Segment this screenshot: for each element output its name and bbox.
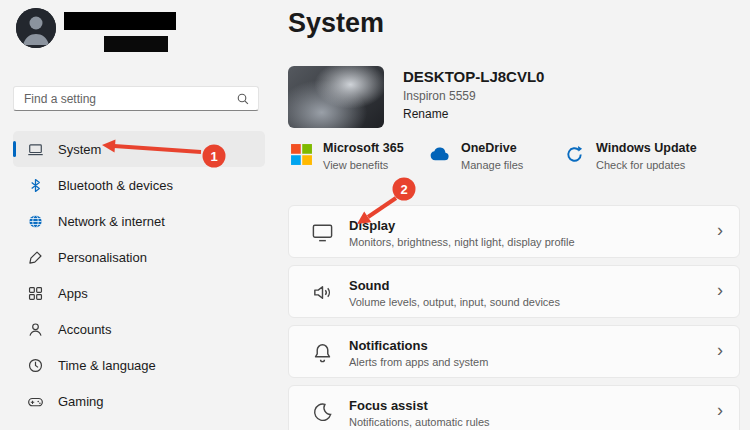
notifications-icon bbox=[311, 341, 334, 364]
sidebar-item-label: Time & language bbox=[58, 358, 156, 373]
microsoft-365-icon bbox=[290, 143, 313, 166]
settings-card-focus-assist[interactable]: Focus assist Notifications, automatic ru… bbox=[288, 385, 740, 430]
card-title: Notifications bbox=[349, 338, 428, 353]
quick-link-sublabel: Check for updates bbox=[596, 159, 697, 171]
sidebar-item-label: Personalisation bbox=[58, 250, 147, 265]
onedrive-icon bbox=[428, 143, 451, 166]
time-language-icon bbox=[27, 357, 44, 374]
chevron-right-icon: › bbox=[717, 400, 723, 421]
sidebar-item-apps[interactable]: Apps bbox=[13, 275, 265, 311]
sidebar-item-accounts[interactable]: Accounts bbox=[13, 311, 265, 347]
sidebar-nav: System Bluetooth & devices Network & int… bbox=[13, 131, 265, 430]
focus-assist-icon bbox=[311, 401, 334, 424]
card-title: Display bbox=[349, 218, 395, 233]
search-box[interactable] bbox=[13, 86, 259, 111]
quick-link-microsoft-365[interactable]: Microsoft 365 View benefits bbox=[290, 141, 404, 171]
apps-icon bbox=[27, 285, 44, 302]
avatar[interactable] bbox=[16, 8, 56, 48]
card-description: Notifications, automatic rules bbox=[349, 416, 490, 428]
card-description: Alerts from apps and system bbox=[349, 356, 488, 368]
card-description: Volume levels, output, input, sound devi… bbox=[349, 296, 560, 308]
settings-card-notifications[interactable]: Notifications Alerts from apps and syste… bbox=[288, 325, 740, 378]
quick-link-label: Windows Update bbox=[596, 141, 697, 156]
accounts-icon bbox=[27, 321, 44, 338]
sidebar: System Bluetooth & devices Network & int… bbox=[0, 0, 278, 430]
chevron-right-icon: › bbox=[717, 280, 723, 301]
sidebar-item-time-language[interactable]: Time & language bbox=[13, 347, 265, 383]
sidebar-item-label: System bbox=[58, 142, 101, 157]
search-input[interactable] bbox=[24, 92, 236, 106]
settings-card-display[interactable]: Display Monitors, brightness, night ligh… bbox=[288, 205, 740, 258]
chevron-right-icon: › bbox=[717, 220, 723, 241]
gaming-icon bbox=[27, 393, 44, 410]
quick-link-sublabel: Manage files bbox=[461, 159, 523, 171]
device-model: Inspiron 5559 bbox=[403, 89, 476, 103]
settings-card-sound[interactable]: Sound Volume levels, output, input, soun… bbox=[288, 265, 740, 318]
rename-link[interactable]: Rename bbox=[403, 107, 448, 121]
chevron-right-icon: › bbox=[717, 340, 723, 361]
sidebar-item-gaming[interactable]: Gaming bbox=[13, 383, 265, 419]
redacted-username bbox=[64, 12, 176, 30]
card-title: Focus assist bbox=[349, 398, 428, 413]
network-icon bbox=[27, 213, 44, 230]
display-icon bbox=[311, 221, 334, 244]
sidebar-item-label: Apps bbox=[58, 286, 88, 301]
sidebar-item-label: Network & internet bbox=[58, 214, 165, 229]
search-icon bbox=[236, 92, 250, 106]
sidebar-item-bluetooth-devices[interactable]: Bluetooth & devices bbox=[13, 167, 265, 203]
windows-update-icon bbox=[563, 143, 586, 166]
sidebar-item-accessibility[interactable]: Accessibility bbox=[13, 419, 265, 430]
sidebar-item-personalisation[interactable]: Personalisation bbox=[13, 239, 265, 275]
sidebar-item-label: Gaming bbox=[58, 394, 104, 409]
quick-link-sublabel: View benefits bbox=[323, 159, 404, 171]
system-icon bbox=[27, 141, 44, 158]
card-title: Sound bbox=[349, 278, 389, 293]
sidebar-item-system[interactable]: System bbox=[13, 131, 265, 167]
sidebar-item-label: Accounts bbox=[58, 322, 111, 337]
card-description: Monitors, brightness, night light, displ… bbox=[349, 236, 575, 248]
quick-link-onedrive[interactable]: OneDrive Manage files bbox=[428, 141, 523, 171]
sidebar-item-network-internet[interactable]: Network & internet bbox=[13, 203, 265, 239]
device-name: DESKTOP-LJ8CVL0 bbox=[403, 68, 544, 85]
device-thumbnail bbox=[288, 66, 384, 128]
quick-link-label: Microsoft 365 bbox=[323, 141, 404, 156]
bluetooth-icon bbox=[27, 177, 44, 194]
redacted-email bbox=[104, 36, 168, 52]
quick-link-windows-update[interactable]: Windows Update Check for updates bbox=[563, 141, 697, 171]
sidebar-item-label: Bluetooth & devices bbox=[58, 178, 173, 193]
quick-link-label: OneDrive bbox=[461, 141, 523, 156]
page-title: System bbox=[288, 8, 384, 39]
sound-icon bbox=[311, 281, 334, 304]
main-content: System DESKTOP-LJ8CVL0 Inspiron 5559 Ren… bbox=[285, 0, 750, 430]
settings-window: System Bluetooth & devices Network & int… bbox=[0, 0, 750, 430]
personalisation-icon bbox=[27, 249, 44, 266]
